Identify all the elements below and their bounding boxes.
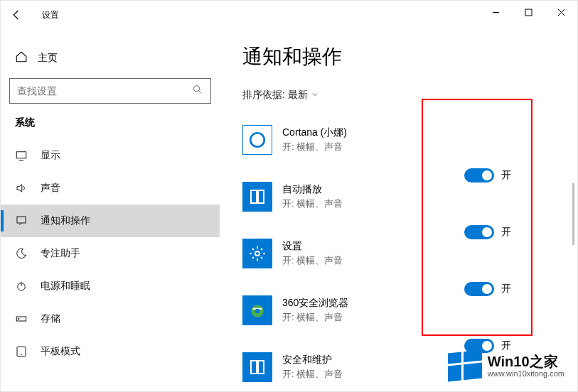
svg-rect-0 (525, 9, 532, 16)
app-row[interactable]: Cortana (小娜) 开: 横幅、声音 开 (242, 111, 560, 168)
maximize-button[interactable] (512, 1, 545, 23)
sidebar-item-power[interactable]: 电源和睡眠 (1, 270, 220, 303)
app-name: 安全和维护 (282, 354, 343, 366)
sidebar-item-label: 存储 (41, 312, 60, 325)
app-row[interactable]: 设置 开: 横幅、声音 开 (242, 225, 560, 282)
svg-point-8 (250, 133, 264, 147)
app-row[interactable]: 360安全浏览器 开: 横幅、声音 开 (242, 282, 560, 339)
tablet-icon (15, 345, 28, 358)
sidebar: 主页 系统 显示 声音 通知和操作 专注助手 电源和睡眠 存储 平板模式 (1, 29, 220, 392)
sidebar-item-notifications[interactable]: 通知和操作 (1, 205, 220, 237)
notification-icon (15, 214, 28, 227)
sidebar-item-display[interactable]: 显示 (1, 139, 220, 172)
back-button[interactable] (1, 1, 32, 29)
sound-icon (15, 182, 28, 195)
sidebar-item-label: 专注助手 (41, 247, 80, 260)
app-sub: 开: 横幅、声音 (282, 197, 343, 210)
security-icon (242, 352, 272, 382)
svg-rect-10 (258, 190, 264, 203)
scrollbar[interactable] (572, 183, 574, 245)
display-icon (15, 149, 28, 162)
svg-point-1 (194, 86, 200, 92)
app-sub: 开: 横幅、声音 (282, 368, 343, 381)
search-icon (192, 84, 203, 98)
search-input[interactable] (17, 85, 192, 97)
svg-rect-15 (258, 361, 264, 374)
app-name: 360安全浏览器 (282, 297, 348, 310)
svg-point-13 (255, 309, 260, 314)
category-label: 系统 (1, 116, 220, 139)
watermark: Win10之家 www.win10xitong.com (448, 352, 564, 380)
power-icon (15, 280, 28, 293)
minimize-button[interactable] (479, 1, 512, 23)
sidebar-item-label: 平板模式 (41, 345, 80, 358)
svg-point-11 (255, 251, 259, 256)
svg-point-6 (18, 318, 20, 320)
app-name: 设置 (282, 240, 343, 253)
app-sub: 开: 横幅、声音 (282, 141, 347, 153)
home-link[interactable]: 主页 (1, 43, 220, 72)
app-sub: 开: 横幅、声音 (282, 311, 348, 324)
sidebar-item-focus[interactable]: 专注助手 (1, 237, 220, 270)
cortana-icon (242, 125, 272, 155)
moon-icon (15, 247, 28, 260)
watermark-url: www.win10xitong.com (488, 369, 564, 378)
browser-icon (242, 295, 272, 325)
app-row[interactable]: 自动播放 开: 横幅、声音 开 (242, 168, 560, 225)
sidebar-item-label: 电源和睡眠 (41, 280, 90, 293)
sidebar-item-sound[interactable]: 声音 (1, 172, 220, 205)
sidebar-item-tablet[interactable]: 平板模式 (1, 335, 220, 368)
app-name: Cortana (小娜) (282, 126, 347, 139)
settings-icon (242, 239, 272, 268)
app-sub: 开: 横幅、声音 (282, 254, 343, 267)
home-label: 主页 (38, 52, 58, 65)
svg-rect-2 (16, 152, 26, 158)
watermark-title: Win10之家 (488, 354, 564, 369)
app-name: 自动播放 (282, 183, 343, 196)
svg-rect-14 (251, 361, 257, 374)
autoplay-icon (242, 182, 272, 212)
storage-icon (15, 312, 28, 325)
window-title: 设置 (42, 9, 59, 21)
search-input-container[interactable] (9, 78, 211, 104)
sort-value: 最新 (288, 89, 308, 102)
svg-rect-9 (251, 190, 257, 203)
sidebar-item-label: 声音 (41, 182, 60, 195)
close-button[interactable] (545, 1, 577, 23)
windows-logo-icon (448, 349, 482, 381)
page-title: 通知和操作 (242, 43, 560, 70)
sidebar-item-storage[interactable]: 存储 (1, 303, 220, 335)
chevron-down-icon (311, 89, 319, 101)
home-icon (15, 50, 28, 65)
sort-prefix: 排序依据: (242, 89, 285, 102)
sidebar-item-label: 通知和操作 (41, 214, 90, 227)
svg-rect-3 (17, 217, 26, 223)
main-panel: 通知和操作 排序依据: 最新 Cortana (小娜) 开: 横幅、声音 开 (225, 29, 577, 391)
sidebar-item-label: 显示 (41, 149, 60, 162)
sort-dropdown[interactable]: 排序依据: 最新 (242, 89, 560, 102)
